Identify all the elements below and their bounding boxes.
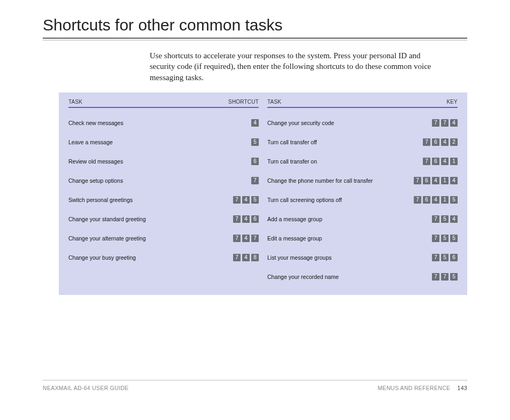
header-shortcut: SHORTCUT — [228, 99, 259, 105]
key-icon: 7 — [441, 119, 449, 127]
key-icon: 7 — [251, 177, 259, 184]
column-header: TASK KEY — [267, 99, 458, 108]
table-row: Turn call transfer on7641 — [267, 152, 458, 171]
key-icon: 7 — [414, 177, 421, 184]
key-icon: 5 — [450, 235, 458, 242]
key-icon: 6 — [423, 196, 430, 204]
task-label: Change your security code — [267, 120, 432, 126]
key-icon: 7 — [414, 196, 421, 204]
key-sequence: 7642 — [423, 138, 458, 146]
task-label: Check new messages — [68, 120, 251, 126]
key-sequence: 76415 — [414, 196, 458, 204]
table-row: List your message groups756 — [267, 248, 458, 267]
task-label: Change your standard greeting — [68, 216, 233, 222]
key-icon: 6 — [251, 215, 259, 223]
intro-paragraph: Use shortcuts to accelerate your respons… — [150, 50, 446, 83]
key-sequence: 775 — [432, 273, 458, 281]
task-label: Turn call transfer off — [267, 139, 423, 145]
table-row: Turn call screening options off76415 — [267, 190, 458, 209]
key-sequence: 745 — [233, 196, 259, 204]
key-icon: 5 — [441, 215, 449, 223]
task-label: Change setup options — [68, 177, 251, 184]
key-icon: 5 — [450, 196, 458, 204]
task-label: Turn call screening options off — [267, 197, 414, 203]
table-row: Change your standard greeting746 — [68, 209, 259, 229]
task-label: Change your recorded name — [267, 274, 432, 280]
task-label: Review old messages — [68, 158, 251, 165]
table-row: Edit a message group755 — [267, 229, 458, 248]
key-icon: 7 — [441, 273, 449, 281]
table-row: Leave a message5 — [68, 133, 259, 152]
task-label: Switch personal greetings — [68, 197, 233, 203]
task-label: Leave a message — [68, 139, 251, 145]
key-icon: 5 — [450, 273, 458, 281]
key-sequence: 774 — [432, 119, 458, 127]
footer-section: MENUS AND REFERENCE — [378, 385, 451, 391]
key-icon: 6 — [423, 177, 430, 184]
key-icon: 8 — [251, 254, 259, 261]
key-icon: 5 — [441, 254, 449, 261]
key-icon: 4 — [432, 196, 439, 204]
key-sequence: 756 — [432, 254, 458, 261]
footer-right: MENUS AND REFERENCE 143 — [378, 385, 467, 391]
table-row: Add a message group754 — [267, 209, 458, 229]
table-row: Switch personal greetings745 — [68, 190, 259, 209]
key-icon: 7 — [233, 254, 241, 261]
key-sequence: 748 — [233, 254, 259, 261]
key-icon: 4 — [450, 177, 458, 184]
key-icon: 4 — [432, 177, 439, 184]
page-title: Shortcuts for other common tasks — [43, 16, 467, 34]
key-icon: 4 — [450, 215, 458, 223]
table-row: Review old messages6 — [68, 152, 259, 171]
key-icon: 4 — [242, 235, 250, 242]
key-icon: 7 — [432, 119, 439, 127]
task-label: Add a message group — [267, 216, 432, 222]
key-sequence: 4 — [251, 119, 259, 127]
key-icon: 7 — [233, 235, 241, 242]
table-row: Change your busy greeting748 — [68, 248, 259, 267]
header-task: TASK — [267, 99, 281, 105]
footer-left: NEAXMAIL AD-64 USER GUIDE — [43, 385, 129, 391]
task-label: Edit a message group — [267, 235, 432, 242]
table-row: Turn call transfer off7642 — [267, 133, 458, 152]
key-sequence: 746 — [233, 215, 259, 223]
key-icon: 4 — [450, 119, 458, 127]
shortcuts-tables: TASK SHORTCUT Check new messages4Leave a… — [59, 92, 467, 295]
task-label: List your message groups — [267, 254, 432, 261]
page-number: 143 — [458, 385, 467, 391]
table-row: Change your security code774 — [267, 113, 458, 133]
key-icon: 7 — [432, 215, 439, 223]
task-label: Turn call transfer on — [267, 158, 423, 165]
key-sequence: 754 — [432, 215, 458, 223]
key-icon: 7 — [233, 196, 241, 204]
key-sequence: 76414 — [414, 177, 458, 184]
key-icon: 4 — [441, 138, 449, 146]
key-icon: 5 — [251, 138, 259, 146]
key-sequence: 755 — [432, 235, 458, 242]
table-row: Check new messages4 — [68, 113, 259, 133]
key-icon: 2 — [450, 138, 458, 146]
key-icon: 4 — [251, 119, 259, 127]
shortcuts-column-right: TASK KEY Change your security code774Tur… — [267, 99, 458, 286]
key-icon: 7 — [432, 235, 439, 242]
key-icon: 6 — [432, 138, 439, 146]
key-icon: 7 — [251, 235, 259, 242]
table-row: Change your alternate greeting747 — [68, 229, 259, 248]
key-icon: 4 — [242, 196, 250, 204]
key-icon: 4 — [242, 254, 250, 261]
key-icon: 6 — [251, 158, 259, 165]
task-label: Change your alternate greeting — [68, 235, 233, 242]
column-header: TASK SHORTCUT — [68, 99, 259, 108]
key-icon: 6 — [450, 254, 458, 261]
key-sequence: 7 — [251, 177, 259, 184]
header-task: TASK — [68, 99, 82, 105]
key-icon: 7 — [432, 273, 439, 281]
key-icon: 6 — [432, 158, 439, 165]
page-footer: NEAXMAIL AD-64 USER GUIDE MENUS AND REFE… — [43, 380, 467, 391]
key-icon: 4 — [441, 158, 449, 165]
task-label: Change your busy greeting — [68, 254, 233, 261]
key-icon: 7 — [233, 215, 241, 223]
key-icon: 7 — [423, 158, 430, 165]
table-row: Change setup options7 — [68, 171, 259, 190]
table-row: Change the phone number for call transfe… — [267, 171, 458, 190]
